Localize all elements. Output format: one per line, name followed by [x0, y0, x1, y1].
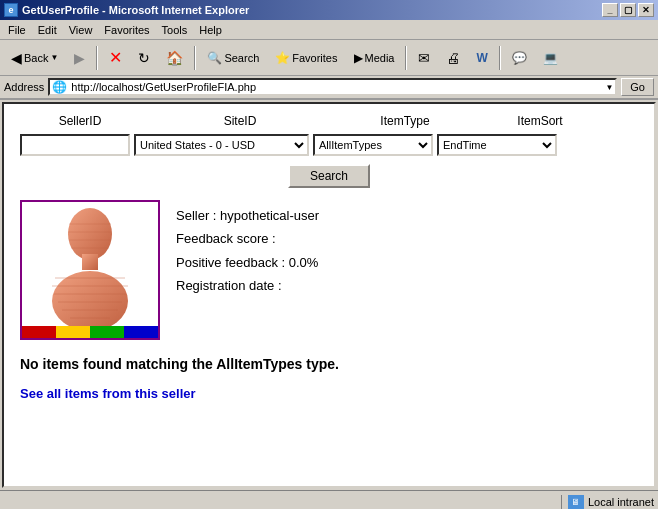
item-sort-header: ItemSort — [470, 114, 610, 128]
mail-icon: ✉ — [418, 50, 430, 66]
discuss-icon: 💬 — [512, 51, 527, 65]
status-zone-icon: 🖥 — [568, 495, 584, 509]
address-label: Address — [4, 81, 44, 93]
status-bar: 🖥 Local intranet — [0, 490, 658, 509]
search-icon: 🔍 — [207, 51, 222, 65]
status-right: 🖥 Local intranet — [561, 495, 654, 509]
messenger-icon: 💻 — [543, 51, 558, 65]
item-sort-select[interactable]: EndTime — [437, 134, 557, 156]
avatar-container — [20, 200, 160, 340]
address-bar: Address 🌐 http://localhost/GetUserProfil… — [0, 76, 658, 100]
forward-button[interactable]: ▶ — [67, 44, 92, 72]
feedback-score-label: Feedback score : — [176, 231, 276, 246]
profile-positive-row: Positive feedback : 0.0% — [176, 251, 319, 274]
close-button[interactable]: ✕ — [638, 3, 654, 17]
menu-tools[interactable]: Tools — [156, 22, 194, 38]
back-arrow-icon: ◀ — [11, 50, 22, 66]
seller-id-input[interactable] — [20, 134, 130, 156]
forward-arrow-icon: ▶ — [74, 50, 85, 66]
color-bar-green — [90, 326, 124, 338]
back-dropdown-icon: ▼ — [50, 53, 58, 62]
site-id-header: SiteID — [140, 114, 340, 128]
svg-rect-2 — [82, 254, 98, 270]
print-button[interactable]: 🖨 — [439, 44, 467, 72]
profile-feedback-row: Feedback score : — [176, 227, 319, 250]
separator-2 — [194, 46, 196, 70]
separator-3 — [405, 46, 407, 70]
profile-info: Seller : hypothetical-user Feedback scor… — [176, 200, 319, 340]
separator-4 — [499, 46, 501, 70]
media-label: Media — [365, 52, 395, 64]
back-button[interactable]: ◀ Back ▼ — [4, 44, 65, 72]
seller-value: hypothetical-user — [220, 208, 319, 223]
favorites-icon: ⭐ — [275, 51, 290, 65]
profile-section: Seller : hypothetical-user Feedback scor… — [20, 200, 638, 340]
status-zone-label: Local intranet — [588, 496, 654, 508]
form-section: SellerID SiteID ItemType ItemSort United… — [20, 114, 638, 188]
window-controls[interactable]: _ ▢ ✕ — [602, 3, 654, 17]
home-icon: 🏠 — [166, 50, 183, 66]
color-bar-yellow — [56, 326, 90, 338]
search-btn-row: Search — [20, 164, 638, 188]
stop-icon: ✕ — [109, 48, 122, 67]
home-button[interactable]: 🏠 — [159, 44, 190, 72]
profile-registration-row: Registration date : — [176, 274, 319, 297]
positive-feedback-value: 0.0% — [289, 255, 319, 270]
back-label: Back — [24, 52, 48, 64]
discuss-button[interactable]: 💬 — [505, 44, 534, 72]
go-button[interactable]: Go — [621, 78, 654, 96]
avatar-figure — [40, 206, 140, 326]
seller-label: Seller : — [176, 208, 216, 223]
menu-favorites[interactable]: Favorites — [98, 22, 155, 38]
title-bar: e GetUserProfile - Microsoft Internet Ex… — [0, 0, 658, 20]
color-bar-red — [22, 326, 56, 338]
item-type-select[interactable]: AllItemTypes — [313, 134, 433, 156]
svg-point-0 — [68, 208, 112, 260]
color-bar-blue — [124, 326, 158, 338]
address-url: http://localhost/GetUserProfileFIA.php — [71, 81, 256, 93]
window-title: GetUserProfile - Microsoft Internet Expl… — [22, 4, 249, 16]
search-submit-button[interactable]: Search — [288, 164, 370, 188]
stop-button[interactable]: ✕ — [102, 44, 129, 72]
media-icon: ▶ — [354, 51, 363, 65]
favorites-label: Favorites — [292, 52, 337, 64]
menu-help[interactable]: Help — [193, 22, 228, 38]
minimize-button[interactable]: _ — [602, 3, 618, 17]
messenger-button[interactable]: 💻 — [536, 44, 565, 72]
app-icon: e — [4, 3, 18, 17]
menu-file[interactable]: File — [2, 22, 32, 38]
item-type-header: ItemType — [340, 114, 470, 128]
menu-view[interactable]: View — [63, 22, 99, 38]
mail-button[interactable]: ✉ — [411, 44, 437, 72]
positive-feedback-label: Positive feedback : — [176, 255, 285, 270]
favorites-button[interactable]: ⭐ Favorites — [268, 44, 344, 72]
registration-date-label: Registration date : — [176, 278, 282, 293]
seller-id-header: SellerID — [20, 114, 140, 128]
toolbar: ◀ Back ▼ ▶ ✕ ↻ 🏠 🔍 Search ⭐ Favorites ▶ … — [0, 40, 658, 76]
site-id-select[interactable]: United States - 0 - USD — [134, 134, 309, 156]
address-input-container[interactable]: 🌐 http://localhost/GetUserProfileFIA.php… — [48, 78, 617, 96]
search-button-toolbar[interactable]: 🔍 Search — [200, 44, 266, 72]
separator-1 — [96, 46, 98, 70]
media-button[interactable]: ▶ Media — [347, 44, 402, 72]
word-icon: W — [476, 51, 487, 65]
maximize-button[interactable]: ▢ — [620, 3, 636, 17]
refresh-icon: ↻ — [138, 50, 150, 66]
word-button[interactable]: W — [469, 44, 494, 72]
no-items-message: No items found matching the AllItemTypes… — [20, 356, 638, 372]
color-bar — [22, 326, 158, 338]
search-label: Search — [224, 52, 259, 64]
profile-seller-row: Seller : hypothetical-user — [176, 204, 319, 227]
print-icon: 🖨 — [446, 50, 460, 66]
menu-bar: File Edit View Favorites Tools Help — [0, 20, 658, 40]
form-controls: United States - 0 - USD AllItemTypes End… — [20, 134, 638, 156]
refresh-button[interactable]: ↻ — [131, 44, 157, 72]
content-area: SellerID SiteID ItemType ItemSort United… — [2, 102, 656, 488]
see-all-link[interactable]: See all items from this seller — [20, 386, 196, 401]
menu-edit[interactable]: Edit — [32, 22, 63, 38]
address-dropdown-icon: ▼ — [605, 83, 613, 92]
globe-icon: 🌐 — [52, 80, 67, 94]
form-headers: SellerID SiteID ItemType ItemSort — [20, 114, 638, 128]
